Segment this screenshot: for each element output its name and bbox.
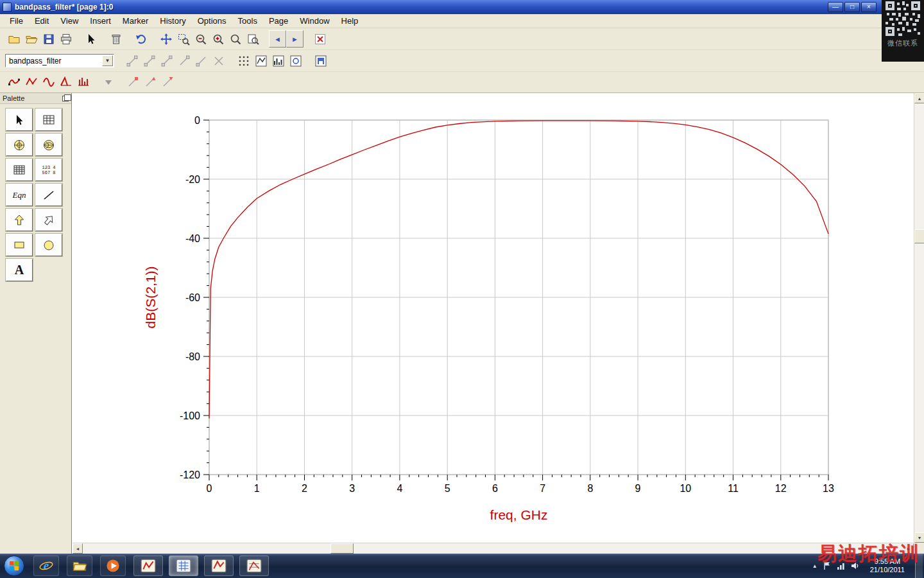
palette-polar-plot-tool[interactable] [6, 134, 33, 156]
taskbar-media-player-button[interactable] [100, 556, 126, 576]
main-toolbar: ◄ ► [0, 28, 924, 50]
menu-options[interactable]: Options [192, 15, 232, 27]
back-arrow-icon: ◄ [274, 35, 281, 43]
trace-up-button[interactable] [175, 52, 193, 69]
menu-marker[interactable]: Marker [117, 15, 154, 27]
palette-circle-tool[interactable] [35, 234, 62, 256]
minimize-button[interactable]: — [828, 2, 843, 12]
taskbar-browser-button[interactable]: e [33, 556, 59, 576]
palette-arrow-solid-tool[interactable] [6, 209, 33, 231]
zoom-fit-button[interactable] [287, 52, 304, 69]
taskbar-app-2[interactable] [169, 556, 198, 576]
scroll-left-button[interactable]: ◄ [73, 543, 83, 554]
spike-trace-button[interactable] [57, 74, 74, 91]
palette-text-tool[interactable]: A [6, 259, 33, 281]
menu-file[interactable]: File [4, 15, 29, 27]
histogram-plot-button[interactable] [270, 52, 287, 69]
taskbar-app-1[interactable] [133, 556, 163, 576]
maximize-button[interactable]: □ [844, 2, 860, 12]
line-trace-button[interactable] [5, 74, 22, 91]
palette-rectangle-tool[interactable] [6, 234, 33, 256]
plot-canvas[interactable]: 0123456789101112130-20-40-60-80-100-120f… [73, 93, 914, 543]
next-trace-button[interactable] [141, 52, 158, 69]
zoom-area-button[interactable] [175, 30, 192, 48]
dataset-dropdown[interactable]: bandpass_filter ▼ [5, 54, 114, 67]
app-icon [3, 3, 12, 12]
new-window-button[interactable] [5, 30, 22, 48]
forward-arrow-icon: ► [291, 35, 298, 43]
marker-delta-button[interactable] [142, 74, 159, 91]
taskbar-app-4[interactable] [239, 556, 269, 576]
svg-text:12: 12 [775, 483, 787, 494]
float-panel-icon[interactable] [62, 96, 69, 101]
vertical-scroll-thumb[interactable] [914, 229, 924, 243]
horizontal-scroll-thumb[interactable] [330, 543, 354, 554]
snap-grid-button[interactable] [235, 52, 252, 69]
line-trace-icon [8, 76, 21, 89]
delete-button[interactable] [107, 30, 124, 48]
symbol-trace-button[interactable] [22, 74, 40, 91]
palette-smith-chart-tool[interactable] [35, 134, 62, 156]
menu-help[interactable]: Help [336, 15, 364, 27]
symbol-trace-icon [25, 76, 38, 89]
menu-insert[interactable]: Insert [84, 15, 117, 27]
zoom-page-button[interactable] [244, 30, 261, 48]
svg-text:3: 3 [349, 483, 355, 494]
trace-plot-button[interactable] [252, 52, 270, 69]
menu-tools[interactable]: Tools [232, 15, 263, 27]
qr-code [884, 0, 921, 37]
spectrum-trace-button[interactable] [74, 74, 92, 91]
page-forward-button[interactable]: ► [286, 30, 304, 48]
zoom-full-button[interactable] [227, 30, 244, 48]
palette-arrow-outline-tool[interactable] [35, 209, 62, 231]
palette-list-values-tool[interactable]: 123 4 567 8 [35, 159, 62, 181]
dropdown-arrow-icon[interactable]: ▼ [102, 55, 113, 66]
taskbar-app-3[interactable] [204, 556, 234, 576]
qr-caption: 微信联系 [887, 39, 918, 48]
save-data-button[interactable] [312, 52, 329, 69]
trace-down-button[interactable] [193, 52, 210, 69]
smooth-trace-button[interactable] [40, 74, 57, 91]
save-button[interactable] [40, 30, 57, 48]
close-page-button[interactable] [311, 30, 329, 48]
prev-trace-button[interactable] [123, 52, 141, 69]
move-view-button[interactable] [157, 30, 175, 48]
move-icon [160, 33, 173, 46]
palette-rect-plot-tool[interactable] [35, 109, 62, 131]
undo-button[interactable] [132, 30, 150, 48]
swap-trace-button[interactable] [158, 52, 175, 69]
palette-equation-tool[interactable]: Eqn [6, 184, 33, 206]
zoom-out-button[interactable] [192, 30, 209, 48]
horizontal-scrollbar[interactable]: ◄ ► [73, 543, 914, 554]
svg-text:9: 9 [635, 483, 641, 494]
scroll-up-button[interactable]: ▲ [914, 93, 924, 103]
menu-edit[interactable]: Edit [29, 15, 55, 27]
close-button[interactable]: × [861, 2, 877, 12]
tray-expand-icon[interactable]: ▲ [812, 563, 817, 569]
zoom-out-icon [194, 33, 207, 46]
save-icon [42, 33, 55, 46]
vertical-scrollbar[interactable]: ▲ ▼ [914, 93, 924, 543]
palette-table-tool[interactable] [6, 159, 33, 181]
menu-history[interactable]: History [154, 15, 191, 27]
print-icon [60, 33, 73, 46]
marker-search-button[interactable] [159, 74, 176, 91]
start-button[interactable] [4, 556, 24, 576]
page-back-button[interactable]: ◄ [269, 30, 286, 48]
zoom-in-button[interactable] [209, 30, 227, 48]
select-tool-button[interactable] [82, 30, 99, 48]
menu-window[interactable]: Window [294, 15, 335, 27]
menu-view[interactable]: View [55, 15, 84, 27]
marker-add-button[interactable] [124, 74, 142, 91]
maximize-icon: □ [850, 3, 854, 10]
trace-toolbar [0, 72, 924, 93]
trace-options-button[interactable] [99, 74, 117, 91]
internet-explorer-icon: e [38, 558, 54, 574]
open-window-button[interactable] [22, 30, 40, 48]
trace-delete-button[interactable] [210, 52, 227, 69]
taskbar-explorer-button[interactable] [67, 556, 92, 576]
palette-line-tool[interactable] [35, 184, 62, 206]
menu-page[interactable]: Page [263, 15, 294, 27]
print-button[interactable] [57, 30, 74, 48]
palette-select-tool[interactable] [6, 109, 33, 131]
